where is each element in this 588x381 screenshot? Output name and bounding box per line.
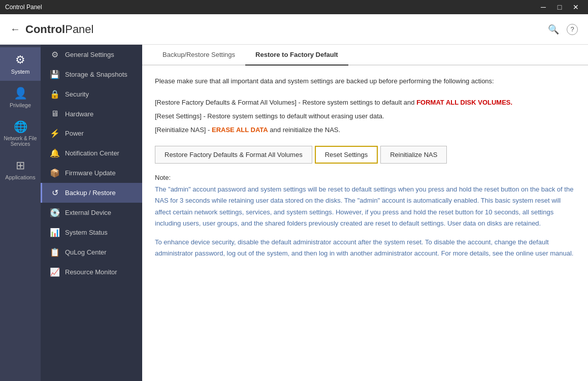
titlebar: Control Panel ─ □ ✕ <box>0 0 588 14</box>
sidebar-item-backup-label: Backup / Restore <box>65 189 116 197</box>
reinitialize-button[interactable]: Reinitialize NAS <box>380 146 447 164</box>
line1-prefix: [Restore Factory Defaults & Format All V… <box>155 99 416 106</box>
line1-text: [Restore Factory Defaults & Format All V… <box>155 97 575 108</box>
main-layout: ⚙ System 👤 Privilege 🌐 Network & File Se… <box>0 45 588 381</box>
category-network[interactable]: 🌐 Network & File Services <box>0 114 41 153</box>
category-applications-label: Applications <box>5 174 35 180</box>
qulog-icon: 📋 <box>50 247 60 257</box>
security-icon: 🔒 <box>50 89 60 99</box>
back-button[interactable]: ← <box>10 23 20 35</box>
general-settings-icon: ⚙ <box>50 50 60 59</box>
sidebar-item-qulog[interactable]: 📋 QuLog Center <box>41 242 142 262</box>
category-nav: ⚙ System 👤 Privilege 🌐 Network & File Se… <box>0 45 41 381</box>
system-icon: ⚙ <box>15 53 25 67</box>
sidebar-item-notification[interactable]: 🔔 Notification Center <box>41 143 142 163</box>
privilege-icon: 👤 <box>14 87 27 100</box>
sidebar-item-backup[interactable]: ↺ Backup / Restore <box>41 183 142 203</box>
external-icon: 💽 <box>50 208 60 217</box>
sidebar-item-firmware-label: Firmware Update <box>65 169 116 177</box>
sidebar-item-external[interactable]: 💽 External Device <box>41 203 142 223</box>
sidebar-item-security[interactable]: 🔒 Security <box>41 84 142 104</box>
category-privilege[interactable]: 👤 Privilege <box>0 81 41 114</box>
firmware-icon: 📦 <box>50 168 60 178</box>
network-icon: 🌐 <box>14 120 27 134</box>
category-privilege-label: Privilege <box>10 102 31 108</box>
tab-backup-restore[interactable]: Backup/Restore Settings <box>152 45 245 66</box>
sidebar-item-storage[interactable]: 💾 Storage & Snapshots <box>41 65 142 84</box>
app-title-normal: Panel <box>65 23 93 36</box>
note-title: Note: <box>155 174 575 181</box>
header-right: 🔍 ? <box>548 24 578 35</box>
note-paragraph1: The "admin" account password and system … <box>155 184 575 229</box>
content-body: Please make sure that all important data… <box>142 76 588 272</box>
minimize-button[interactable]: ─ <box>536 0 550 14</box>
format-warning: FORMAT ALL DISK VOLUMES. <box>416 99 512 106</box>
sidebar-item-general[interactable]: ⚙ General Settings <box>41 45 142 65</box>
power-icon: ⚡ <box>50 129 60 138</box>
header-left: ← ControlPanel <box>10 23 93 36</box>
action-buttons: Restore Factory Defaults & Format All Vo… <box>155 146 575 164</box>
sidebar-item-resource[interactable]: 📈 Resource Monitor <box>41 262 142 282</box>
sidebar-item-hardware[interactable]: 🖥 Hardware <box>41 104 142 123</box>
category-system[interactable]: ⚙ System <box>0 47 41 81</box>
tab-factory-default[interactable]: Restore to Factory Default <box>245 45 348 66</box>
line2-text: [Reset Settings] - Restore system settin… <box>155 111 575 122</box>
hardware-icon: 🖥 <box>50 109 60 118</box>
content-area: Backup/Restore Settings Restore to Facto… <box>142 45 588 381</box>
sidebar-item-resource-label: Resource Monitor <box>65 268 117 276</box>
titlebar-controls: ─ □ ✕ <box>536 0 583 14</box>
sidebar-item-power[interactable]: ⚡ Power <box>41 123 142 143</box>
sidebar-item-security-label: Security <box>65 90 89 98</box>
note-paragraph2: To enhance device security, disable the … <box>155 237 575 259</box>
app-title: ControlPanel <box>25 23 93 36</box>
sidebar-item-general-label: General Settings <box>65 51 114 58</box>
sidebar-item-status[interactable]: 📊 System Status <box>41 223 142 242</box>
sidebar: ⚙ General Settings 💾 Storage & Snapshots… <box>41 45 142 381</box>
app-title-bold: Control <box>25 23 65 36</box>
sidebar-item-power-label: Power <box>65 130 84 137</box>
storage-icon: 💾 <box>50 70 60 79</box>
sidebar-item-hardware-label: Hardware <box>65 110 93 118</box>
sidebar-item-storage-label: Storage & Snapshots <box>65 71 127 78</box>
tabs: Backup/Restore Settings Restore to Facto… <box>142 45 588 66</box>
erase-warning: ERASE ALL DATA <box>212 126 268 134</box>
category-applications[interactable]: ⊞ Applications <box>0 153 41 186</box>
note-section: Note: The "admin" account password and s… <box>155 174 575 259</box>
sidebar-item-qulog-label: QuLog Center <box>65 248 107 256</box>
line3-suffix: and reinitialize the NAS. <box>268 126 340 134</box>
sidebar-item-notification-label: Notification Center <box>65 149 119 157</box>
maximize-button[interactable]: □ <box>552 0 567 14</box>
status-icon: 📊 <box>50 228 60 237</box>
resource-icon: 📈 <box>50 267 60 277</box>
sidebar-item-status-label: System Status <box>65 229 108 236</box>
app-header: ← ControlPanel 🔍 ? <box>0 14 588 45</box>
category-network-label: Network & File Services <box>3 136 38 147</box>
tab-factory-default-label: Restore to Factory Default <box>255 51 338 58</box>
tab-backup-restore-label: Backup/Restore Settings <box>162 51 235 58</box>
search-icon[interactable]: 🔍 <box>548 24 559 35</box>
titlebar-title: Control Panel <box>5 4 42 11</box>
notification-icon: 🔔 <box>50 148 60 158</box>
sidebar-item-external-label: External Device <box>65 209 111 216</box>
category-system-label: System <box>11 69 30 75</box>
close-button[interactable]: ✕ <box>569 0 583 14</box>
applications-icon: ⊞ <box>16 159 25 172</box>
restore-factory-button[interactable]: Restore Factory Defaults & Format All Vo… <box>155 146 312 164</box>
sidebar-item-firmware[interactable]: 📦 Firmware Update <box>41 163 142 183</box>
backup-icon: ↺ <box>50 188 60 198</box>
reset-settings-button[interactable]: Reset Settings <box>315 146 378 164</box>
main-info-text: Please make sure that all important data… <box>155 76 575 87</box>
line3-text: [Reinitialize NAS] - ERASE ALL DATA and … <box>155 124 575 136</box>
line3-prefix: [Reinitialize NAS] - <box>155 126 212 134</box>
help-icon[interactable]: ? <box>567 24 578 35</box>
